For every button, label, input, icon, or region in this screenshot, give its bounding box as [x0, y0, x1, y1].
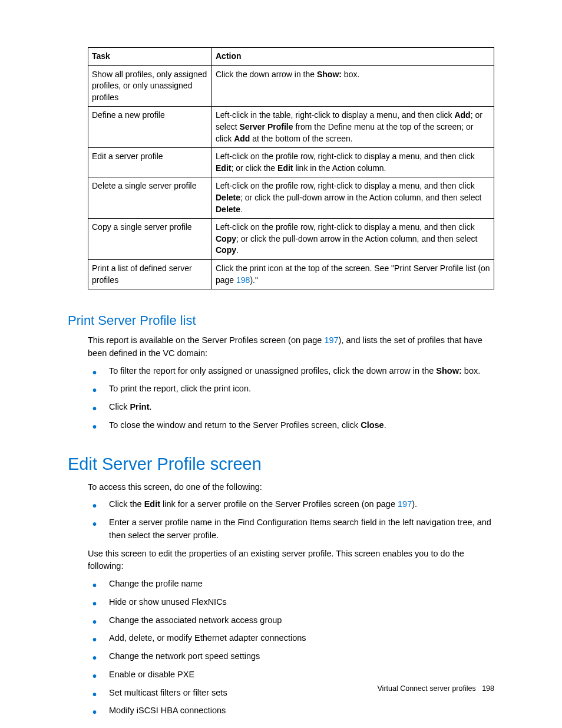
section2-bullet-list-1: Click the Edit link for a server profile…: [88, 498, 494, 542]
table-row: Show all profiles, only assigned profile…: [88, 65, 494, 107]
list-item: Enter a server profile name in the Find …: [88, 516, 494, 542]
edit-server-profile-screen-heading: Edit Server Profile screen: [68, 454, 494, 474]
table-row: Copy a single server profileLeft-click o…: [88, 219, 494, 260]
action-cell: Click the down arrow in the Show: box.: [212, 65, 494, 107]
section1-bullet-list: To filter the report for only assigned o…: [88, 365, 494, 432]
action-cell: Left-click on the profile row, right-cli…: [212, 219, 494, 260]
section1-intro: This report is available on the Server P…: [88, 334, 494, 360]
table-row: Print a list of defined server profilesC…: [88, 259, 494, 289]
page-link-197[interactable]: 197: [324, 335, 338, 345]
list-item: Add, delete, or modify Ethernet adapter …: [88, 632, 494, 645]
list-item: Click Print.: [88, 401, 494, 414]
list-item: Change the network port speed settings: [88, 650, 494, 663]
list-item: Click the Edit link for a server profile…: [88, 498, 494, 511]
print-server-profile-list-heading: Print Server Profile list: [68, 313, 494, 328]
task-cell: Delete a single server profile: [88, 177, 212, 219]
section2-para2: Use this screen to edit the properties o…: [88, 548, 494, 574]
list-item: To print the report, click the print ico…: [88, 383, 494, 396]
table-row: Edit a server profileLeft-click on the p…: [88, 148, 494, 177]
table-row: Define a new profileLeft-click in the ta…: [88, 107, 494, 148]
page-footer: Virtual Connect server profiles 198: [378, 684, 495, 693]
task-cell: Edit a server profile: [88, 148, 212, 177]
task-cell: Print a list of defined server profiles: [88, 259, 212, 289]
task-cell: Copy a single server profile: [88, 219, 212, 260]
action-cell: Click the print icon at the top of the s…: [212, 259, 494, 289]
table-header-action: Action: [212, 48, 494, 66]
table-header-task: Task: [88, 48, 212, 66]
table-row: Delete a single server profileLeft-click…: [88, 177, 494, 219]
task-cell: Define a new profile: [88, 107, 212, 148]
section2-bullet-list-2: Change the profile nameHide or show unus…: [88, 578, 494, 717]
list-item: Change the profile name: [88, 578, 494, 591]
list-item: To close the window and return to the Se…: [88, 419, 494, 432]
task-action-table: Task Action Show all profiles, only assi…: [88, 47, 494, 289]
page-link[interactable]: 197: [398, 499, 412, 509]
action-cell: Left-click in the table, right-click to …: [212, 107, 494, 148]
action-cell: Left-click on the profile row, right-cli…: [212, 177, 494, 219]
list-item: Hide or show unused FlexNICs: [88, 596, 494, 609]
section2-intro: To access this screen, do one of the fol…: [88, 481, 494, 494]
action-cell: Left-click on the profile row, right-cli…: [212, 148, 494, 177]
list-item: To filter the report for only assigned o…: [88, 365, 494, 378]
list-item: Change the associated network access gro…: [88, 614, 494, 627]
list-item: Modify iSCSI HBA connections: [88, 704, 494, 717]
list-item: Enable or disable PXE: [88, 668, 494, 681]
page-link[interactable]: 198: [236, 275, 250, 285]
task-cell: Show all profiles, only assigned profile…: [88, 65, 212, 107]
